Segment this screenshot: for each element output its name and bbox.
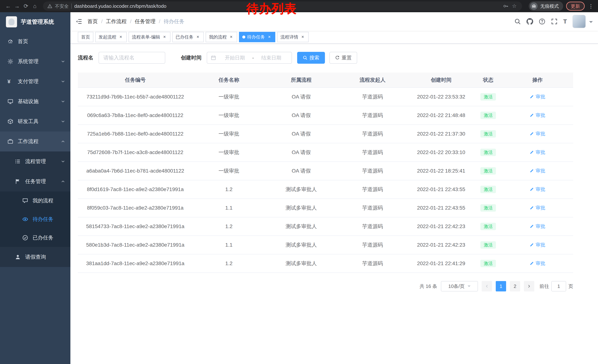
chevron-down-icon bbox=[61, 159, 65, 164]
cell-process: 测试多审批人 bbox=[265, 180, 337, 199]
chevron-up-icon bbox=[61, 179, 65, 184]
logo[interactable]: 芋道管理系统 bbox=[0, 12, 70, 32]
close-icon[interactable]: × bbox=[229, 34, 234, 40]
approve-link[interactable]: 审批 bbox=[530, 242, 545, 248]
close-icon[interactable]: × bbox=[118, 34, 123, 40]
cell-initiator: 芋道源码 bbox=[337, 217, 408, 236]
status-badge: 激活 bbox=[480, 260, 496, 267]
breadcrumb-task-mgmt[interactable]: 任务管理 bbox=[135, 18, 156, 25]
approve-link[interactable]: 审批 bbox=[530, 168, 545, 174]
sidebar-item-todo-tasks[interactable]: 待办任务 bbox=[0, 210, 70, 228]
breadcrumb-home[interactable]: 首页 bbox=[87, 18, 98, 25]
sidebar-item-home[interactable]: 首页 bbox=[0, 32, 70, 51]
sidebar-item-leave-query[interactable]: 请假查询 bbox=[0, 247, 70, 267]
security-label[interactable]: 不安全 bbox=[55, 3, 69, 9]
fullscreen-icon[interactable] bbox=[551, 18, 558, 25]
github-icon[interactable] bbox=[526, 18, 533, 25]
approve-link[interactable]: 审批 bbox=[530, 205, 545, 211]
sidebar-item-infrastructure[interactable]: 基础设施 bbox=[0, 91, 70, 112]
sidebar-item-my-process[interactable]: 我的流程 bbox=[0, 191, 70, 210]
tab-home[interactable]: 首页 bbox=[78, 32, 93, 42]
close-icon[interactable]: × bbox=[195, 34, 200, 40]
sidebar-item-workflow[interactable]: 工作流程 bbox=[0, 131, 70, 152]
browser-update-button[interactable]: 更新 bbox=[566, 2, 585, 11]
chevron-down-icon bbox=[61, 99, 65, 104]
prev-page-button[interactable] bbox=[482, 281, 492, 291]
todo-task-table: 任务编号 任务名称 所属流程 流程发起人 创建时间 状态 操作 73211d9d… bbox=[78, 73, 573, 273]
tab-my-process[interactable]: 我的流程 × bbox=[206, 32, 237, 42]
sidebar-collapse-icon[interactable] bbox=[75, 18, 82, 25]
sidebar-item-payment-mgmt[interactable]: ¥ 支付管理 bbox=[0, 72, 70, 91]
tab-label: 首页 bbox=[81, 34, 90, 40]
tab-done-tasks[interactable]: 已办任务 × bbox=[172, 32, 204, 42]
cell-status: 激活 bbox=[475, 180, 502, 199]
cell-status: 激活 bbox=[475, 143, 502, 162]
approve-link[interactable]: 审批 bbox=[530, 186, 545, 193]
page-size-select[interactable]: 10条/页 bbox=[441, 281, 478, 291]
status-badge: 激活 bbox=[480, 130, 496, 138]
chevron-up-icon bbox=[61, 139, 65, 144]
process-name-input[interactable] bbox=[99, 52, 165, 64]
sidebar-item-process-mgmt[interactable]: 流程管理 bbox=[0, 152, 70, 171]
approve-link[interactable]: 审批 bbox=[530, 130, 545, 137]
search-icon[interactable] bbox=[514, 18, 521, 25]
approve-link[interactable]: 审批 bbox=[530, 223, 545, 230]
goto-page-input[interactable] bbox=[551, 281, 566, 291]
end-date-placeholder[interactable]: 结束日期 bbox=[255, 54, 288, 61]
breadcrumb-workflow[interactable]: 工作流程 bbox=[106, 18, 127, 25]
col-task-id: 任务编号 bbox=[78, 73, 193, 88]
page-button-1[interactable]: 1 bbox=[496, 281, 506, 291]
incognito-badge[interactable]: 无痕模式 bbox=[529, 1, 563, 11]
cell-initiator: 芋道源码 bbox=[337, 162, 408, 180]
tab-process-detail[interactable]: 流程详情 × bbox=[277, 32, 309, 42]
url-text[interactable]: dashboard.yudao.iocoder.cn/bpm/task/todo bbox=[74, 3, 166, 9]
page-button-2[interactable]: 2 bbox=[510, 281, 520, 291]
browser-home-icon[interactable]: ⌂ bbox=[30, 0, 39, 12]
cell-actions: 审批 bbox=[502, 236, 573, 254]
font-size-icon[interactable]: T bbox=[563, 18, 567, 25]
tab-form-edit[interactable]: 流程表单-编辑 × bbox=[129, 32, 170, 42]
cell-actions: 审批 bbox=[502, 143, 573, 162]
browser-reload-icon[interactable]: ⟳ bbox=[22, 0, 30, 12]
sidebar-item-label: 任务管理 bbox=[25, 178, 46, 185]
password-key-icon[interactable] bbox=[503, 4, 508, 9]
cell-create-time: 2022-01-22 21:37:30 bbox=[408, 125, 475, 143]
cell-actions: 审批 bbox=[502, 217, 573, 236]
sidebar-item-done-tasks[interactable]: 已办任务 bbox=[0, 228, 70, 247]
approve-link[interactable]: 审批 bbox=[530, 260, 545, 267]
next-page-button[interactable] bbox=[524, 281, 534, 291]
cell-status: 激活 bbox=[475, 88, 502, 106]
incognito-label: 无痕模式 bbox=[540, 3, 559, 9]
chevron-down-icon bbox=[61, 119, 65, 124]
browser-menu-icon[interactable]: ⋮ bbox=[588, 3, 594, 9]
reset-button[interactable]: 重置 bbox=[329, 52, 357, 64]
sidebar-item-system-mgmt[interactable]: 系统管理 bbox=[0, 51, 70, 72]
search-button[interactable]: 搜索 bbox=[297, 52, 325, 64]
tab-start-process[interactable]: 发起流程 × bbox=[95, 32, 127, 42]
cell-task-name: 1.2 bbox=[193, 180, 265, 199]
tab-todo-tasks[interactable]: 待办任务 × bbox=[239, 32, 275, 42]
browser-back-icon[interactable]: ← bbox=[4, 0, 13, 12]
close-icon[interactable]: × bbox=[300, 34, 305, 40]
sidebar-item-dev-tools[interactable]: 研发工具 bbox=[0, 112, 70, 131]
browser-forward-icon[interactable]: → bbox=[13, 0, 22, 12]
cell-actions: 审批 bbox=[502, 180, 573, 199]
cell-task-id: 580e1b3d-7ac8-11ec-a9e2-a2380e71991a bbox=[78, 236, 193, 254]
cell-task-id: 8f0d1619-7ac8-11ec-a9e2-a2380e71991a bbox=[78, 180, 193, 199]
avatar[interactable] bbox=[573, 15, 586, 28]
close-icon[interactable]: × bbox=[267, 34, 272, 40]
sidebar-item-task-mgmt[interactable]: 任务管理 bbox=[0, 171, 70, 191]
bookmark-star-icon[interactable]: ☆ bbox=[511, 0, 518, 12]
calendar-icon bbox=[211, 55, 216, 60]
approve-link[interactable]: 审批 bbox=[530, 149, 545, 155]
help-icon[interactable] bbox=[539, 18, 545, 25]
status-badge: 激活 bbox=[480, 223, 496, 230]
start-date-placeholder[interactable]: 开始日期 bbox=[218, 54, 252, 61]
close-icon[interactable]: × bbox=[162, 34, 167, 40]
approve-link[interactable]: 审批 bbox=[530, 112, 545, 119]
date-range-picker[interactable]: 开始日期 - 结束日期 bbox=[207, 52, 292, 64]
approve-label: 审批 bbox=[536, 260, 545, 267]
avatar-caret-icon[interactable] bbox=[589, 21, 593, 25]
yen-icon: ¥ bbox=[8, 79, 13, 84]
approve-link[interactable]: 审批 bbox=[530, 94, 545, 100]
